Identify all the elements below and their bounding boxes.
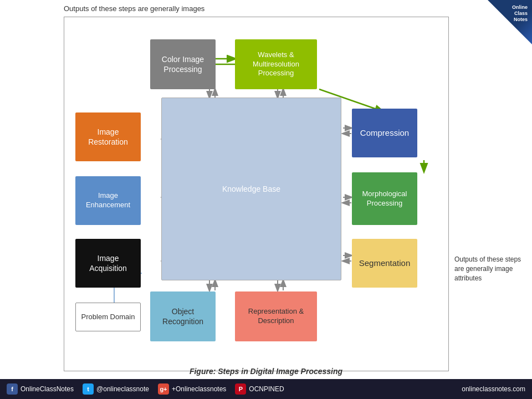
- corner-logo: Online Class Notes: [488, 0, 532, 44]
- footer-facebook[interactable]: f OnlineClassNotes: [7, 383, 74, 395]
- footer-pinterest[interactable]: P OCNPINED: [235, 383, 284, 395]
- diagram-container: Knowledge Base Color Image Processing Wa…: [64, 17, 449, 371]
- corner-logo-text: Online Class Notes: [512, 4, 528, 22]
- problem-domain-node: Problem Domain: [75, 303, 141, 331]
- top-annotation: Outputs of these steps are generally ima…: [64, 4, 204, 13]
- footer: f OnlineClassNotes t @onlineclassnote g+…: [0, 379, 532, 399]
- twitter-icon: t: [83, 383, 94, 395]
- googleplus-icon: g+: [158, 383, 169, 395]
- facebook-label: OnlineClassNotes: [21, 385, 74, 393]
- color-image-node: Color Image Processing: [150, 39, 216, 89]
- pinterest-label: OCNPINED: [249, 385, 284, 393]
- morphological-node: Morphological Processing: [352, 172, 417, 225]
- compression-node: Compression: [352, 109, 417, 157]
- footer-twitter[interactable]: t @onlineclassnote: [83, 383, 149, 395]
- representation-node: Representation & Description: [235, 291, 317, 341]
- figure-caption: Figure: Steps in Digital Image Processin…: [0, 367, 532, 376]
- footer-googleplus[interactable]: g+ +Onlineclassnotes: [158, 383, 226, 395]
- right-annotation: Outputs of these steps are generally ima…: [454, 255, 526, 283]
- segmentation-node: Segmentation: [352, 239, 417, 288]
- googleplus-label: +Onlineclassnotes: [172, 385, 226, 393]
- image-restoration-node: Image Restoration: [75, 112, 141, 161]
- footer-social: f OnlineClassNotes t @onlineclassnote g+…: [7, 383, 284, 395]
- wavelets-node: Wavelets & Multiresolution Processing: [235, 39, 317, 89]
- footer-website: onlineclassnotes.com: [462, 385, 525, 393]
- image-acquisition-node: Image Acquisition: [75, 239, 141, 288]
- object-recognition-node: Object Recognition: [150, 291, 216, 341]
- image-enhancement-node: Image Enhancement: [75, 176, 141, 225]
- knowledge-base: Knowledge Base: [161, 98, 341, 280]
- pinterest-icon: P: [235, 383, 246, 395]
- facebook-icon: f: [7, 383, 18, 395]
- twitter-label: @onlineclassnote: [96, 385, 149, 393]
